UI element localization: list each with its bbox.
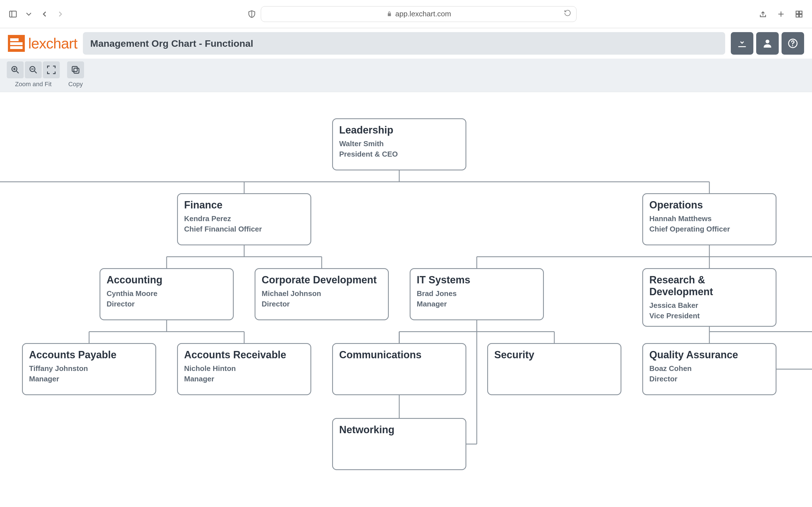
svg-point-9 <box>765 40 769 43</box>
node-person-name: Walter Smith <box>339 139 459 148</box>
node-person-role: Director <box>107 300 227 308</box>
fit-screen-button[interactable] <box>43 61 60 78</box>
browser-chrome: app.lexchart.com <box>0 0 812 28</box>
tool-group-copy-label: Copy <box>68 80 83 88</box>
node-person-role: Vice President <box>649 312 769 320</box>
node-title: Operations <box>649 199 769 211</box>
node-rnd[interactable]: Research & DevelopmentJessica BakerVice … <box>642 268 776 327</box>
zoom-in-button[interactable] <box>7 61 24 78</box>
svg-point-11 <box>792 45 793 46</box>
node-ar[interactable]: Accounts ReceivableNichole HintonManager <box>177 343 311 395</box>
share-icon[interactable] <box>758 9 768 19</box>
sidebar-toggle-icon[interactable] <box>8 9 18 19</box>
new-tab-icon[interactable] <box>776 9 786 19</box>
node-person-name: Hannah Matthews <box>649 214 769 223</box>
node-person-name: Cynthia Moore <box>107 289 227 298</box>
reload-icon[interactable] <box>564 9 571 18</box>
node-person-role: Chief Financial Officer <box>184 225 304 233</box>
chart-title-input[interactable]: Management Org Chart - Functional <box>83 32 725 55</box>
svg-line-17 <box>35 71 37 73</box>
tool-group-zoom-label: Zoom and Fit <box>15 80 52 88</box>
svg-rect-7 <box>796 14 799 17</box>
node-person-role: Manager <box>417 300 537 308</box>
tool-group-copy: Copy <box>67 61 84 88</box>
svg-rect-8 <box>799 14 802 17</box>
node-title: Accounting <box>107 274 227 286</box>
node-corpdev[interactable]: Corporate DevelopmentMichael JohnsonDire… <box>255 268 389 320</box>
node-operations[interactable]: OperationsHannah MatthewsChief Operating… <box>642 193 776 245</box>
svg-rect-6 <box>799 11 802 13</box>
node-title: Accounts Payable <box>29 349 149 361</box>
svg-rect-0 <box>10 11 16 17</box>
svg-rect-19 <box>74 68 79 73</box>
node-person-role: Director <box>649 375 769 383</box>
node-leadership[interactable]: LeadershipWalter SmithPresident & CEO <box>332 118 466 170</box>
node-title: Corporate Development <box>262 274 382 286</box>
node-person-role: Chief Operating Officer <box>649 225 769 233</box>
node-person-name: Jessica Baker <box>649 301 769 310</box>
toolbar: Zoom and Fit Copy <box>0 59 812 92</box>
node-title: Quality Assurance <box>649 349 769 361</box>
node-person-name: Tiffany Johnston <box>29 364 149 373</box>
node-person-role: Manager <box>29 375 149 383</box>
node-ap[interactable]: Accounts PayableTiffany JohnstonManager <box>22 343 156 395</box>
svg-line-13 <box>17 71 19 73</box>
node-title: Security <box>494 349 614 361</box>
privacy-shield-icon[interactable] <box>247 9 257 19</box>
node-person-name: Boaz Cohen <box>649 364 769 373</box>
node-title: Leadership <box>339 124 459 136</box>
node-itsystems[interactable]: IT SystemsBrad JonesManager <box>410 268 544 320</box>
node-person-name: Michael Johnson <box>262 289 382 298</box>
back-icon[interactable] <box>40 9 50 19</box>
node-accounting[interactable]: AccountingCynthia MooreDirector <box>100 268 234 320</box>
download-button[interactable] <box>731 32 753 55</box>
node-qa[interactable]: Quality AssuranceBoaz CohenDirector <box>642 343 776 395</box>
node-comm[interactable]: Communications <box>332 343 466 395</box>
account-button[interactable] <box>756 32 779 55</box>
node-title: Accounts Receivable <box>184 349 304 361</box>
node-title: Networking <box>339 424 459 436</box>
node-title: Communications <box>339 349 459 361</box>
node-finance[interactable]: FinanceKendra PerezChief Financial Offic… <box>177 193 311 245</box>
browser-nav-left <box>8 9 65 19</box>
svg-rect-5 <box>796 11 799 13</box>
help-button[interactable] <box>781 32 804 55</box>
forward-icon <box>55 9 65 19</box>
logo-wordmark: lexchart <box>28 35 77 52</box>
svg-rect-20 <box>72 66 77 71</box>
tool-group-zoom: Zoom and Fit <box>7 61 60 88</box>
zoom-out-button[interactable] <box>25 61 42 78</box>
node-person-name: Brad Jones <box>417 289 537 298</box>
chart-title-text: Management Org Chart - Functional <box>90 38 253 49</box>
browser-nav-right <box>758 9 804 19</box>
node-person-name: Nichole Hinton <box>184 364 304 373</box>
node-security[interactable]: Security <box>487 343 621 395</box>
tabs-overview-icon[interactable] <box>794 9 804 19</box>
logo[interactable]: lexchart <box>8 35 77 52</box>
node-networking[interactable]: Networking <box>332 418 466 470</box>
logo-mark-icon <box>8 35 25 52</box>
chart-canvas[interactable]: LeadershipWalter SmithPresident & CEOFin… <box>0 92 812 501</box>
node-person-name: Kendra Perez <box>184 214 304 223</box>
node-title: Finance <box>184 199 304 211</box>
node-person-role: President & CEO <box>339 150 459 159</box>
chevron-down-icon[interactable] <box>24 9 34 19</box>
address-bar[interactable]: app.lexchart.com <box>261 6 576 22</box>
node-person-role: Manager <box>184 375 304 383</box>
browser-center: app.lexchart.com <box>70 6 753 22</box>
copy-button[interactable] <box>67 61 84 78</box>
header-actions <box>731 32 804 55</box>
app-header: lexchart Management Org Chart - Function… <box>0 28 812 59</box>
node-title: Research & Development <box>649 274 769 298</box>
node-person-role: Director <box>262 300 382 308</box>
node-title: IT Systems <box>417 274 537 286</box>
address-text: app.lexchart.com <box>395 10 451 18</box>
